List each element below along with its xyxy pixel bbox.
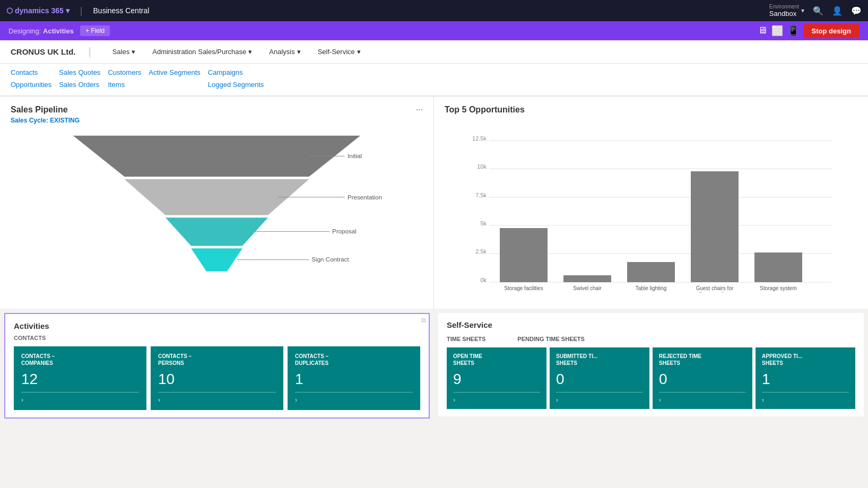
self-service-container: Self-Service TIME SHEETS PENDING TIME SH…	[434, 309, 868, 423]
bottom-grid: ⊡ Activities CONTACTS CONTACTS –COMPANIE…	[0, 309, 868, 423]
tile-open-timesheets[interactable]: OPEN TIMESHEETS 9 ›	[447, 347, 546, 409]
tile-label-persons: CONTACTS –PERSONS	[158, 353, 276, 367]
y-label-0: 0k	[480, 277, 487, 283]
env-name: Sandbox	[769, 10, 799, 18]
quick-link-sales-quotes[interactable]: Sales Quotes	[59, 67, 108, 78]
tablet-icon[interactable]: ⬜	[771, 25, 783, 37]
top-bar: ⬡ dynamics 365 ▾ | Business Central Envi…	[0, 0, 868, 21]
nav-sales[interactable]: Sales ▾	[104, 45, 144, 59]
tile-arrow-rejected-ts: ›	[659, 396, 661, 404]
tile-divider-open-ts	[453, 392, 540, 393]
brand[interactable]: ⬡ dynamics 365 ▾	[6, 6, 70, 15]
top5-title: Top 5 Opportunities	[445, 105, 525, 115]
add-field-button[interactable]: + Field	[80, 25, 110, 36]
bar-swivel-chair	[563, 275, 611, 282]
bar-guest-chairs	[691, 171, 739, 282]
bar-chart-svg: 0k 2.5k 5k 7.5k 10k 12.5k Storage facili…	[445, 123, 857, 293]
y-label-7500: 7.5k	[475, 192, 487, 198]
tile-divider-submitted-ts	[556, 392, 643, 393]
bar-chart: 0k 2.5k 5k 7.5k 10k 12.5k Storage facili…	[445, 123, 857, 282]
timesheets-header: TIME SHEETS	[447, 336, 485, 342]
tile-arrow-open-ts: ›	[453, 396, 455, 404]
ts-tiles: OPEN TIMESHEETS 9 › SUBMITTED TI...SHEET…	[447, 347, 855, 409]
sales-pipeline-title: Sales Pipeline	[11, 105, 68, 115]
tile-arrow-companies: ›	[21, 396, 23, 404]
top-bar-icons: 🔍 👤 💬	[813, 6, 862, 16]
sales-pipeline-section: Sales Pipeline ··· Sales Cycle: EXISTING…	[0, 97, 434, 309]
user-icon[interactable]: 👤	[832, 6, 843, 16]
bar-label-table-lighting: Table lighting	[636, 285, 666, 291]
activities-section: ⊡ Activities CONTACTS CONTACTS –COMPANIE…	[4, 313, 430, 419]
tile-label-approved-ts: APPROVED TI...SHEETS	[762, 353, 849, 367]
environment-selector[interactable]: Environment Sandbox ▾	[769, 4, 804, 18]
activities-container: ⊡ Activities CONTACTS CONTACTS –COMPANIE…	[0, 309, 434, 423]
tile-label-companies: CONTACTS –COMPANIES	[21, 353, 139, 367]
activities-title: Activities	[14, 321, 420, 330]
quick-link-customers[interactable]: Customers	[108, 67, 149, 78]
tile-rejected-timesheets[interactable]: REJECTED TIMESHEETS 0 ›	[653, 347, 752, 409]
quick-link-sales-orders[interactable]: Sales Orders	[59, 79, 108, 90]
nav-analysis[interactable]: Analysis ▾	[261, 45, 309, 59]
design-bar-right: 🖥 ⬜ 📱 Stop design	[758, 24, 860, 38]
initial-label: Initial	[348, 152, 362, 159]
tile-value-approved-ts: 1	[762, 371, 849, 388]
stop-design-button[interactable]: Stop design	[803, 24, 860, 38]
company-separator: |	[89, 46, 91, 58]
tile-divider-persons	[158, 392, 276, 393]
tile-label-duplicates: CONTACTS –DUPLICATES	[295, 353, 413, 367]
nav-selfservice[interactable]: Self-Service ▾	[309, 45, 369, 59]
nav-admin[interactable]: Administration Sales/Purchase ▾	[144, 45, 261, 59]
tile-label-submitted-ts: SUBMITTED TI...SHEETS	[556, 353, 643, 367]
funnel-proposal	[166, 217, 268, 246]
device-icons: 🖥 ⬜ 📱	[758, 25, 799, 37]
y-label-5000: 5k	[480, 220, 487, 226]
quick-link-campaigns[interactable]: Campaigns	[208, 67, 857, 78]
tile-value-duplicates: 1	[295, 371, 413, 388]
quick-link-contacts[interactable]: Contacts	[11, 67, 59, 78]
desktop-icon[interactable]: 🖥	[758, 25, 767, 37]
main-content: Sales Pipeline ··· Sales Cycle: EXISTING…	[0, 97, 868, 309]
quick-link-opportunities[interactable]: Opportunities	[11, 79, 59, 90]
company-header: CRONUS UK Ltd. | Sales ▾ Administration …	[0, 40, 868, 64]
sign-contract-label: Sign Contract	[311, 256, 349, 263]
brand-chevron: ▾	[66, 6, 70, 15]
tile-value-companies: 12	[21, 371, 139, 388]
tile-arrow-duplicates: ›	[295, 396, 297, 404]
funnel-chart: Initial Presentation Proposal Sign Contr…	[11, 130, 423, 284]
y-label-12500: 12.5k	[472, 135, 487, 142]
tile-divider-companies	[21, 392, 139, 393]
company-name: CRONUS UK Ltd.	[11, 47, 76, 56]
bar-label-storage-system: Storage system	[760, 285, 796, 291]
tile-approved-timesheets[interactable]: APPROVED TI...SHEETS 1 ›	[756, 347, 855, 409]
main-nav: Sales ▾ Administration Sales/Purchase ▾ …	[104, 45, 369, 59]
tile-contacts-companies[interactable]: CONTACTS –COMPANIES 12 ›	[14, 346, 146, 410]
bar-table-lighting	[627, 262, 675, 282]
self-service-section: Self-Service TIME SHEETS PENDING TIME SH…	[438, 313, 864, 416]
tile-submitted-timesheets[interactable]: SUBMITTED TI...SHEETS 0 ›	[550, 347, 649, 409]
tile-contacts-persons[interactable]: CONTACTS –PERSONS 10 ›	[151, 346, 283, 410]
cycle-label: Sales Cycle: EXISTING	[11, 117, 423, 124]
tile-contacts-duplicates[interactable]: CONTACTS –DUPLICATES 1 ›	[288, 346, 420, 410]
app-name: Business Central	[93, 6, 150, 15]
chat-icon[interactable]: 💬	[851, 6, 862, 16]
tile-value-open-ts: 9	[453, 371, 540, 388]
top-bar-separator: |	[80, 5, 83, 16]
bar-label-storage-facilities: Storage facilities	[504, 285, 543, 291]
bar-label-guest-chairs-1: Guest chairs for	[696, 285, 734, 291]
y-label-10000: 10k	[477, 163, 487, 170]
quick-link-logged-segments[interactable]: Logged Segments	[208, 79, 857, 90]
quick-link-items[interactable]: Items	[108, 79, 149, 90]
tile-arrow-persons: ›	[158, 396, 160, 404]
tile-value-persons: 10	[158, 371, 276, 388]
sales-pipeline-header: Sales Pipeline ···	[11, 105, 423, 115]
presentation-label: Presentation	[348, 194, 382, 201]
contacts-header: CONTACTS	[14, 335, 420, 341]
tile-value-rejected-ts: 0	[659, 371, 746, 388]
quick-link-active-segments[interactable]: Active Segments	[149, 67, 208, 78]
funnel-svg: Initial Presentation Proposal Sign Contr…	[11, 130, 423, 284]
search-icon[interactable]: 🔍	[813, 6, 823, 16]
bar-storage-system	[754, 252, 802, 282]
env-chevron: ▾	[801, 7, 804, 14]
mobile-icon[interactable]: 📱	[787, 25, 799, 37]
sales-pipeline-more-button[interactable]: ···	[416, 105, 423, 115]
